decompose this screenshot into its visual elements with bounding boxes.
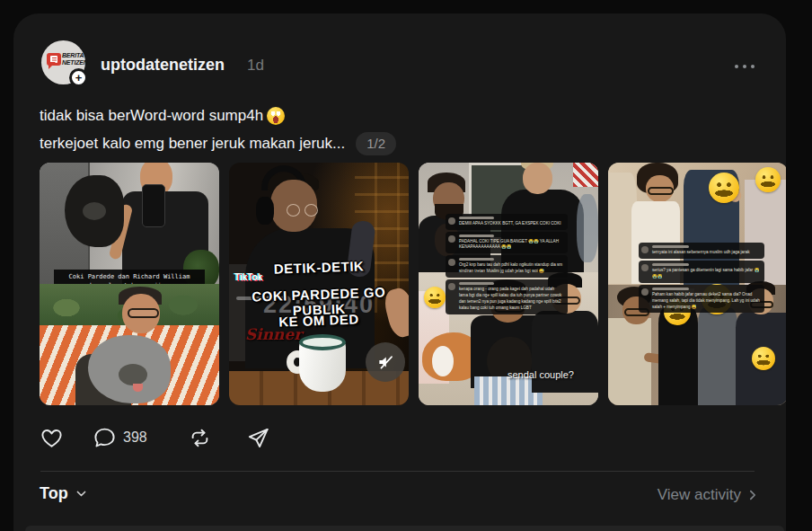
post-timestamp: 1d bbox=[247, 57, 264, 75]
muted-speaker-icon bbox=[376, 353, 394, 371]
photo-headphone-earcup bbox=[256, 197, 274, 225]
share-button[interactable] bbox=[246, 426, 270, 450]
username[interactable]: uptodatenetizen bbox=[101, 56, 225, 75]
photo-mug bbox=[294, 332, 349, 392]
sort-dropdown[interactable]: Top bbox=[40, 484, 87, 503]
photo-phone bbox=[142, 184, 165, 227]
like-button[interactable] bbox=[40, 426, 93, 450]
smiley-emoji-face-cover bbox=[752, 347, 775, 370]
photo-black-dog bbox=[65, 175, 124, 247]
repost-icon bbox=[188, 426, 212, 450]
berita-netizen-logo-icon bbox=[47, 53, 61, 66]
photo-man-right-face bbox=[523, 163, 552, 194]
photo-gray-shirt bbox=[698, 308, 737, 405]
overlay-comment: Org2 knp baru tau dah pdhl kalo ngikutin… bbox=[446, 255, 568, 278]
sort-label: Top bbox=[40, 484, 68, 503]
carousel-image-3[interactable]: DEMIII APAA SYOKKK BGTT, GA EXSPEK COKI … bbox=[419, 163, 598, 405]
carousel-image-2-video[interactable]: TikTok 22:59:40 DETIK-DETIK COKI PARDEDE… bbox=[229, 163, 409, 405]
view-activity-link[interactable]: View activity bbox=[658, 486, 759, 504]
avatar[interactable]: BERITA NETIZEN + bbox=[41, 40, 85, 84]
post-text-line2: terkejoet kalo emg bener jeruk makan jer… bbox=[40, 132, 396, 155]
comment-screenshot-overlay: ternyata ini alasan sebenernya muslim ud… bbox=[639, 243, 764, 313]
photo-man-cap-shirt bbox=[532, 311, 598, 394]
post-text-line1: tidak bisa berWord-word sump4h bbox=[40, 107, 285, 125]
carousel-page-indicator: 1/2 bbox=[356, 132, 396, 155]
photo-glasses-lens bbox=[304, 204, 318, 217]
ellipsis-dot bbox=[751, 65, 755, 68]
overlay-comment: DEMIII APAA SYOKKK BGTT, GA EXSPEK COKI … bbox=[446, 214, 568, 230]
carousel-image-1[interactable]: Coki Pardede dan Richard William rayakan… bbox=[40, 163, 219, 405]
carousel-image-4[interactable]: ternyata ini alasan sebenernya muslim ud… bbox=[608, 163, 786, 405]
post-card: BERITA NETIZEN + uptodatenetizen 1d tida… bbox=[13, 13, 786, 531]
comment-count: 398 bbox=[123, 429, 147, 446]
overlay-comment: PADAHAL COKI TIPE GUA BANGET 😭😭 YA ALLAH… bbox=[446, 232, 568, 254]
photo-glasses-lens bbox=[287, 204, 300, 217]
comment-bubble-icon bbox=[93, 426, 117, 450]
chevron-down-icon bbox=[75, 488, 87, 500]
photo-dog-tongue bbox=[133, 384, 143, 392]
action-bar: 398 bbox=[40, 423, 270, 452]
next-section-edge bbox=[25, 526, 784, 531]
comment-screenshot-overlay: DEMIII APAA SYOKKK BGTT, GA EXSPEK COKI … bbox=[446, 214, 568, 314]
avatar-logo-text: BERITA NETIZEN bbox=[62, 52, 88, 66]
threads-feed-background: BERITA NETIZEN + uptodatenetizen 1d tida… bbox=[0, 0, 812, 531]
more-options-button[interactable] bbox=[728, 57, 762, 76]
share-paper-plane-icon bbox=[246, 426, 270, 450]
ellipsis-dot bbox=[743, 65, 746, 68]
astonished-emoji-icon bbox=[267, 107, 285, 125]
overlay-comment: Paham kan habib jafar gamau deket2 sama … bbox=[639, 285, 764, 314]
divider-line bbox=[40, 471, 755, 472]
image3-caption: sendal couple? bbox=[487, 369, 595, 380]
overlay-comment: kenapa orang - orang pada kaget dah pada… bbox=[446, 279, 568, 314]
smiley-emoji-face-cover bbox=[709, 173, 739, 203]
photo-cream-shirt bbox=[608, 318, 651, 405]
photo-glasses bbox=[648, 187, 674, 195]
photo-signage bbox=[573, 163, 598, 187]
overlay-comment: ternyata ini alasan sebenernya muslim ud… bbox=[639, 243, 764, 259]
smiley-emoji-face-cover bbox=[424, 287, 446, 308]
view-activity-label: View activity bbox=[658, 486, 741, 504]
heart-icon bbox=[40, 426, 64, 450]
image-carousel: Coki Pardede dan Richard William rayakan… bbox=[40, 163, 786, 405]
chevron-right-icon bbox=[746, 489, 759, 501]
ellipsis-dot bbox=[735, 65, 738, 68]
photo-glasses bbox=[128, 308, 159, 318]
overlay-comment: serius? ya pantesan ga ditemenin lagi sa… bbox=[639, 261, 764, 283]
follow-plus-icon[interactable]: + bbox=[69, 68, 88, 87]
repost-button[interactable] bbox=[188, 426, 246, 450]
mute-button[interactable] bbox=[366, 342, 405, 382]
comment-button[interactable]: 398 bbox=[93, 426, 188, 450]
photo-arm-tattoo bbox=[577, 194, 598, 262]
photo-dog-muzzle bbox=[119, 364, 147, 385]
